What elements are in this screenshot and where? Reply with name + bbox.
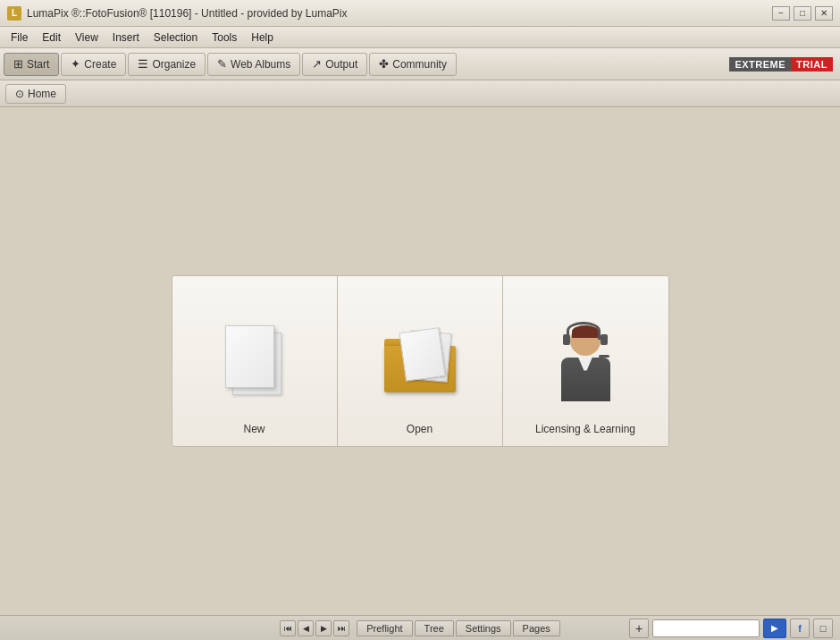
menu-item-tools[interactable]: Tools [205,29,244,46]
start-toolbar-label: Start [27,58,49,71]
status-tab-tree[interactable]: Tree [415,620,454,636]
new-document-icon [223,324,286,400]
status-tab-settings[interactable]: Settings [456,620,511,636]
trial-badge: TRIAL [791,57,833,72]
headset-ear-right [601,334,608,345]
open-folder-icon [384,330,456,392]
headset-ear-left [563,334,570,345]
menu-item-file[interactable]: File [4,29,35,46]
licensing-card-icon-area [541,307,630,415]
nav-btn-3[interactable]: ⏭ [333,620,349,636]
licensing-person-icon [554,321,617,401]
output-toolbar-icon: ↗ [312,57,322,71]
status-tab-preflight[interactable]: Preflight [357,620,412,636]
maximize-button[interactable]: □ [794,6,811,21]
person-body [561,358,610,401]
main-content: New Open [0,107,840,615]
title-text: LumaPix ®::FotoFusion® [110196] - Untitl… [27,7,348,20]
extreme-badge: EXTREME [729,57,791,72]
home-icon: ⊙ [15,88,24,100]
menu-item-edit[interactable]: Edit [35,29,68,46]
cards-container: New Open [172,275,669,447]
add-page-button[interactable]: + [629,619,649,638]
menu-item-insert[interactable]: Insert [105,29,147,46]
webalbums-toolbar-icon: ✎ [217,57,227,71]
extreme-trial-badge: EXTREME TRIAL [729,57,833,72]
menu-item-help[interactable]: Help [244,29,281,46]
nav-btn-1[interactable]: ◀ [298,620,314,636]
status-bar: ⏮◀▶⏭ PreflightTreeSettingsPages + ▶ f □ [0,615,840,640]
page-search-input[interactable] [652,619,760,637]
open-card[interactable]: Open [338,276,503,446]
toolbar: ⊞Start✦Create☰Organize✎Web Albums↗Output… [0,48,840,80]
status-right: + ▶ f □ [629,619,833,638]
close-button[interactable]: ✕ [815,6,833,21]
output-toolbar-label: Output [325,58,357,71]
home-label: Home [28,88,56,100]
app-icon: L [7,6,21,21]
create-toolbar-icon: ✦ [71,57,80,71]
licensing-card[interactable]: Licensing & Learning [503,276,668,446]
fb-label: f [798,623,802,634]
person-collar [578,358,592,371]
secondary-toolbar: ⊙ Home [0,80,840,107]
new-card-icon-area [210,307,299,415]
organize-toolbar-icon: ☰ [138,57,148,71]
share-icon[interactable]: □ [813,619,833,638]
new-card[interactable]: New [172,276,338,446]
toolbar-btn-organize[interactable]: ☰Organize [128,53,206,76]
folder-paper-front [399,327,445,382]
menu-item-view[interactable]: View [68,29,105,46]
toolbar-btn-community[interactable]: ✤Community [369,53,457,76]
home-button[interactable]: ⊙ Home [5,84,66,104]
doc-front [225,325,274,388]
headset-arc [567,322,601,340]
go-icon: ▶ [771,623,778,633]
menu-item-selection[interactable]: Selection [147,29,205,46]
menu-bar: FileEditViewInsertSelectionToolsHelp [0,27,840,48]
start-toolbar-icon: ⊞ [13,57,23,71]
nav-btn-2[interactable]: ▶ [315,620,332,636]
title-bar: L LumaPix ®::FotoFusion® [110196] - Unti… [0,0,840,27]
go-button[interactable]: ▶ [763,619,786,638]
minimize-button[interactable]: − [772,6,790,21]
facebook-icon[interactable]: f [790,619,810,638]
create-toolbar-label: Create [84,58,116,71]
toolbar-btn-create[interactable]: ✦Create [61,53,126,76]
new-card-label: New [172,423,337,435]
title-bar-left: L LumaPix ®::FotoFusion® [110196] - Unti… [7,6,348,21]
toolbar-btn-start[interactable]: ⊞Start [4,53,59,76]
share-label: □ [820,623,827,634]
community-toolbar-label: Community [392,58,447,71]
organize-toolbar-label: Organize [152,58,196,71]
status-tabs: PreflightTreeSettingsPages [357,620,560,636]
open-card-icon-area [375,307,465,415]
open-card-label: Open [338,423,502,435]
toolbar-btn-output[interactable]: ↗Output [302,53,367,76]
toolbar-btn-webalbums[interactable]: ✎Web Albums [207,53,300,76]
person-head [570,325,601,356]
nav-buttons: ⏮◀▶⏭ [280,620,349,636]
nav-btn-0[interactable]: ⏮ [280,620,296,636]
community-toolbar-icon: ✤ [379,57,389,71]
webalbums-toolbar-label: Web Albums [231,58,290,71]
window-controls: − □ ✕ [772,6,833,21]
status-tab-pages[interactable]: Pages [513,620,560,636]
licensing-card-label: Licensing & Learning [503,423,668,435]
